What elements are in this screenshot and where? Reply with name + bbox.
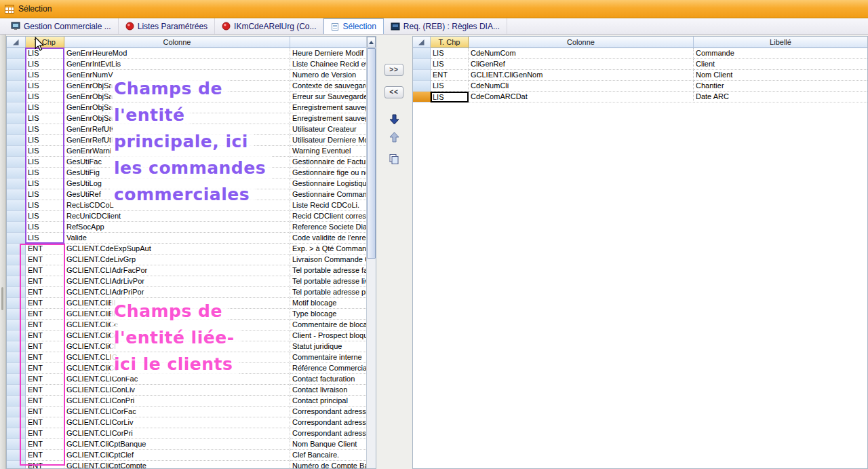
column-name-cell[interactable]: RefSocApp bbox=[64, 222, 290, 233]
available-field-row[interactable]: LISValideCode validite de l'enregi bbox=[7, 233, 376, 244]
column-name-cell[interactable]: GenEnrRefUti bbox=[64, 124, 290, 135]
label-cell[interactable]: Code validite de l'enregi bbox=[290, 233, 366, 244]
column-name-cell[interactable]: GesUtiRef bbox=[64, 189, 290, 200]
available-field-row[interactable]: LISGenEnrObjSaErreur sur Sauvegarde c bbox=[7, 92, 376, 102]
selected-field-row[interactable]: LISCliGenRefClient bbox=[413, 59, 867, 70]
available-field-row[interactable]: ENTGCLIENT.CliCcRéférence Commercial bbox=[7, 363, 376, 374]
column-header-libelle[interactable]: Libellé bbox=[694, 37, 867, 48]
row-selector-cell[interactable] bbox=[7, 189, 26, 200]
column-name-cell[interactable]: RecUniCDClient bbox=[64, 211, 290, 222]
field-type-cell[interactable]: ENT bbox=[431, 70, 469, 81]
column-name-cell[interactable]: GCLIENT.CliGenNom bbox=[469, 70, 694, 81]
label-cell[interactable]: Commande bbox=[694, 48, 867, 59]
field-type-cell[interactable]: ENT bbox=[26, 439, 64, 450]
scroll-up-button[interactable] bbox=[367, 37, 376, 48]
row-selector-cell[interactable] bbox=[7, 92, 26, 102]
label-cell[interactable]: Chantier bbox=[694, 81, 867, 92]
row-selector-cell[interactable] bbox=[7, 396, 26, 407]
label-cell[interactable]: Tel portable adresse fac bbox=[290, 265, 366, 276]
column-name-cell[interactable]: GCLIENT.CliBl bbox=[64, 309, 290, 320]
field-type-cell[interactable]: LIS bbox=[26, 102, 64, 113]
available-field-row[interactable]: LISGesUtiLogGestionnaire Logistique bbox=[7, 179, 376, 189]
move-all-left-button[interactable]: << bbox=[384, 86, 403, 98]
label-cell[interactable]: Correspondant adresse bbox=[290, 417, 366, 428]
row-selector-cell[interactable] bbox=[7, 461, 26, 469]
label-cell[interactable]: Gestionnaire de Factura bbox=[290, 157, 366, 168]
row-selector-cell[interactable] bbox=[7, 124, 26, 135]
available-field-row[interactable]: ENTGCLIENT.CliCcCommentaire de blocag bbox=[7, 320, 376, 331]
column-name-cell[interactable]: GenEnrIntEvtLis bbox=[64, 59, 290, 70]
field-type-cell[interactable]: LIS bbox=[26, 189, 64, 200]
column-name-cell[interactable]: GCLIENT.CdeLivGrp bbox=[64, 255, 290, 265]
field-type-cell[interactable]: ENT bbox=[26, 417, 64, 428]
available-field-row[interactable]: ENTGCLIENT.CdeLivGrpLivraison Commande G… bbox=[7, 255, 376, 265]
label-cell[interactable]: Correspondant adresse bbox=[290, 407, 366, 417]
column-name-cell[interactable]: CliGenRef bbox=[469, 59, 694, 70]
column-header-tchp[interactable]: T. Chp bbox=[431, 37, 469, 48]
label-cell[interactable]: Date ARC bbox=[694, 92, 867, 102]
field-type-cell[interactable]: ENT bbox=[26, 331, 64, 341]
available-field-row[interactable]: ENTGCLIENT.CLICorFacCorrespondant adress… bbox=[7, 407, 376, 417]
tab-ikmcdearelurg[interactable]: IKmCdeARelUrg (Co... bbox=[215, 18, 323, 34]
field-type-cell[interactable]: LIS bbox=[26, 92, 64, 102]
column-name-cell[interactable]: GCLIENT.CLIAdrPriPor bbox=[64, 287, 290, 298]
label-cell[interactable]: Commentaire de blocag bbox=[290, 320, 366, 331]
row-selector-cell[interactable] bbox=[7, 363, 26, 374]
column-name-cell[interactable]: GenEnrObjSa bbox=[64, 102, 290, 113]
row-selector-cell[interactable] bbox=[413, 48, 431, 59]
available-field-row[interactable]: ENTGCLIENT.CLIAdrPriPorTel portable adre… bbox=[7, 287, 376, 298]
row-selector-cell[interactable] bbox=[7, 450, 26, 461]
field-type-cell[interactable]: ENT bbox=[26, 309, 64, 320]
column-name-cell[interactable]: GCLIENT.CliCc bbox=[64, 331, 290, 341]
field-type-cell[interactable]: LIS bbox=[26, 81, 64, 92]
row-selector-cell[interactable] bbox=[7, 298, 26, 309]
row-selector-cell[interactable] bbox=[7, 439, 26, 450]
row-selector-cell[interactable] bbox=[7, 309, 26, 320]
row-selector-cell[interactable] bbox=[7, 113, 26, 124]
row-selector-cell[interactable] bbox=[7, 341, 26, 352]
label-cell[interactable]: Contact principal bbox=[290, 396, 366, 407]
column-name-cell[interactable]: GenEnrRefUti bbox=[64, 135, 290, 146]
selected-field-row[interactable]: LISCdeNumCliChantier bbox=[413, 81, 867, 92]
selected-field-row[interactable]: LISCdeComARCDatDate ARC bbox=[413, 92, 867, 102]
field-type-cell[interactable]: ENT bbox=[26, 352, 64, 363]
available-field-row[interactable]: ENTGCLIENT.CliCptBanqueNom Banque Client bbox=[7, 439, 376, 450]
column-name-cell[interactable]: GenEnrNumV bbox=[64, 70, 290, 81]
field-type-cell[interactable]: LIS bbox=[26, 135, 64, 146]
copy-button[interactable] bbox=[387, 152, 401, 166]
column-header-colonne[interactable]: Colonne bbox=[469, 37, 694, 48]
column-header-libelle[interactable] bbox=[290, 37, 366, 48]
field-type-cell[interactable]: LIS bbox=[26, 211, 64, 222]
column-name-cell[interactable]: GCLIENT.CLICorLiv bbox=[64, 417, 290, 428]
row-selector-cell[interactable] bbox=[7, 157, 26, 168]
field-type-cell[interactable]: ENT bbox=[26, 276, 64, 287]
field-type-cell[interactable]: ENT bbox=[26, 265, 64, 276]
label-cell[interactable]: Nom Banque Client bbox=[290, 439, 366, 450]
column-header-colonne[interactable]: Colonne bbox=[64, 37, 290, 48]
available-field-row[interactable]: ENTGCLIENT.CliClStatut juridique bbox=[7, 341, 376, 352]
column-name-cell[interactable]: GCLIENT.CLICorPri bbox=[64, 428, 290, 439]
column-name-cell[interactable]: GCLIENT.CliCc bbox=[64, 363, 290, 374]
field-type-cell[interactable]: LIS bbox=[26, 179, 64, 189]
field-type-cell[interactable]: ENT bbox=[26, 374, 64, 385]
row-selector-cell[interactable] bbox=[7, 352, 26, 363]
tab-gestion-commerciale[interactable]: Gestion Commerciale ... bbox=[4, 18, 119, 34]
field-type-cell[interactable]: ENT bbox=[26, 385, 64, 396]
available-field-row[interactable]: LISGenEnrObjSaContexte de sauvegarde bbox=[7, 81, 376, 92]
label-cell[interactable]: Statut juridique bbox=[290, 341, 366, 352]
column-name-cell[interactable]: GCLIENT.CliCptBanque bbox=[64, 439, 290, 450]
available-field-row[interactable]: LISRefSocAppReference Societe Diap bbox=[7, 222, 376, 233]
field-type-cell[interactable]: ENT bbox=[26, 255, 64, 265]
row-selector-cell[interactable] bbox=[7, 70, 26, 81]
label-cell[interactable]: Liste Recid CDCoLi. bbox=[290, 200, 366, 211]
available-field-row[interactable]: ENTGCLIENT.CLIConFacContact facturation bbox=[7, 374, 376, 385]
row-selector-cell[interactable] bbox=[413, 92, 431, 102]
available-field-row[interactable]: ENTGCLIENT.CLIAdrLivPorTel portable adre… bbox=[7, 276, 376, 287]
row-selector-cell[interactable] bbox=[7, 320, 26, 331]
row-selector-cell[interactable] bbox=[7, 102, 26, 113]
field-type-cell[interactable]: ENT bbox=[26, 407, 64, 417]
row-selector-cell[interactable] bbox=[7, 287, 26, 298]
label-cell[interactable]: Enregistrement sauvega bbox=[290, 102, 366, 113]
label-cell[interactable]: Contact livraison bbox=[290, 385, 366, 396]
row-selector-cell[interactable] bbox=[7, 331, 26, 341]
